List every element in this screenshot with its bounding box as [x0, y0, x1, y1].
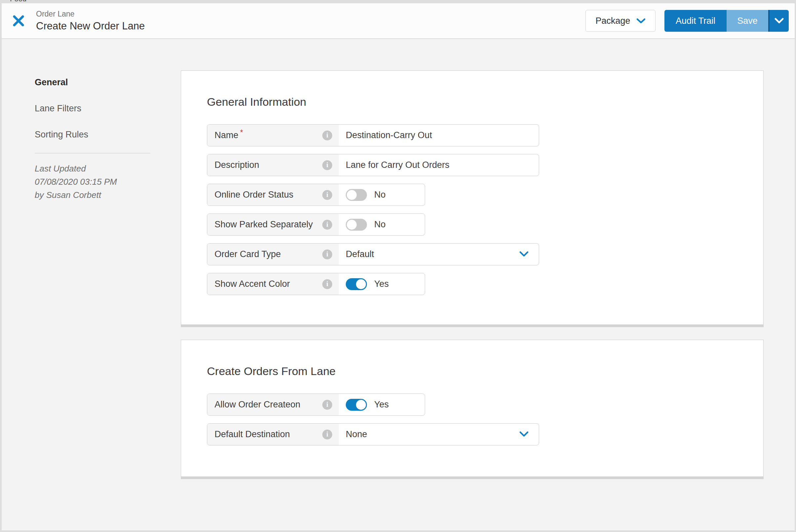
- field-label: Show Accent Color: [215, 279, 290, 289]
- info-icon[interactable]: i: [322, 279, 332, 289]
- save-button-group: Audit Trail Save: [664, 10, 789, 32]
- package-dropdown-button[interactable]: Package: [586, 10, 655, 32]
- required-asterisk: *: [240, 128, 243, 137]
- field-row-default-destination: Default Destination i None: [207, 423, 539, 445]
- package-dropdown-label: Package: [595, 16, 630, 26]
- online-order-status-toggle[interactable]: [346, 189, 367, 201]
- field-label: Order Card Type: [215, 249, 281, 260]
- page-title: Create New Order Lane: [36, 20, 145, 32]
- sidebar: General Lane Filters Sorting Rules Last …: [35, 77, 150, 202]
- field-row-name: Name * i: [207, 124, 539, 146]
- field-label: Show Parked Separately: [215, 220, 313, 230]
- order-card-type-select[interactable]: Default: [339, 244, 539, 265]
- field-label: Description: [215, 160, 259, 170]
- modal-body: General Lane Filters Sorting Rules Last …: [2, 39, 795, 530]
- field-rows: Name * i Description i: [207, 124, 738, 295]
- info-icon[interactable]: i: [322, 249, 332, 260]
- field-row-show-accent-color: Show Accent Color i Yes: [207, 273, 425, 295]
- allow-order-createon-toggle[interactable]: [346, 399, 367, 411]
- toggle-state-label: Yes: [374, 399, 389, 410]
- name-input[interactable]: [346, 130, 531, 140]
- sidebar-item-lane-filters[interactable]: Lane Filters: [35, 103, 150, 114]
- toggle-state-label: No: [374, 190, 386, 200]
- sidebar-divider: [35, 153, 150, 153]
- info-icon[interactable]: i: [322, 131, 332, 140]
- toggle-state-label: Yes: [374, 279, 389, 289]
- field-label: Allow Order Createon: [215, 399, 300, 410]
- background-page-text-fragment: Food: [10, 0, 50, 3]
- toggle-knob: [347, 220, 357, 230]
- create-order-lane-modal: Order Lane Create New Order Lane Package…: [2, 3, 795, 530]
- chevron-down-icon: [519, 249, 529, 260]
- breadcrumb: Order Lane: [36, 10, 145, 19]
- field-row-show-parked-separately: Show Parked Separately i No: [207, 213, 425, 235]
- title-block: Order Lane Create New Order Lane: [36, 10, 145, 32]
- field-label: Online Order Status: [215, 190, 294, 200]
- general-information-card: General Information Name * i: [181, 70, 764, 325]
- info-icon[interactable]: i: [322, 400, 332, 410]
- header-actions: Package Audit Trail Save: [586, 10, 795, 32]
- info-icon[interactable]: i: [322, 160, 332, 170]
- toggle-state-label: No: [374, 220, 386, 230]
- last-updated-author: by Susan Corbett: [35, 188, 150, 202]
- field-row-order-card-type: Order Card Type i Default: [207, 243, 539, 265]
- info-icon[interactable]: i: [322, 430, 332, 439]
- selected-value: Default: [346, 249, 374, 260]
- last-updated-label: Last Updated: [35, 162, 150, 175]
- last-updated-info: Last Updated 07/08/2020 03:15 PM by Susa…: [35, 162, 150, 202]
- close-icon[interactable]: [12, 14, 25, 28]
- toggle-knob: [356, 400, 366, 410]
- info-icon[interactable]: i: [322, 220, 332, 230]
- last-updated-timestamp: 07/08/2020 03:15 PM: [35, 175, 150, 188]
- main-panel: General Information Name * i: [181, 70, 764, 477]
- chevron-down-icon: [519, 429, 529, 439]
- sidebar-item-general[interactable]: General: [35, 77, 150, 88]
- field-rows: Allow Order Createon i Yes Default Desti…: [207, 394, 738, 445]
- sidebar-item-sorting-rules[interactable]: Sorting Rules: [35, 130, 150, 140]
- toggle-knob: [347, 190, 357, 200]
- field-row-description: Description i: [207, 154, 539, 176]
- section-title: Create Orders From Lane: [207, 364, 738, 378]
- info-icon[interactable]: i: [322, 190, 332, 200]
- default-destination-select[interactable]: None: [339, 424, 539, 445]
- show-accent-color-toggle[interactable]: [346, 278, 367, 290]
- section-title: General Information: [207, 95, 738, 108]
- toggle-knob: [356, 279, 366, 289]
- chevron-down-icon: [774, 16, 784, 26]
- description-input[interactable]: [346, 160, 531, 170]
- selected-value: None: [346, 429, 367, 439]
- create-orders-from-lane-card: Create Orders From Lane Allow Order Crea…: [181, 340, 764, 477]
- show-parked-separately-toggle[interactable]: [346, 219, 367, 231]
- field-row-allow-order-createon: Allow Order Createon i Yes: [207, 394, 425, 416]
- field-row-online-order-status: Online Order Status i No: [207, 184, 425, 206]
- modal-header: Order Lane Create New Order Lane Package…: [2, 3, 795, 39]
- save-options-caret-button[interactable]: [770, 10, 789, 32]
- save-button[interactable]: Save: [726, 10, 768, 32]
- chevron-down-icon: [636, 16, 646, 26]
- field-label: Default Destination: [215, 429, 290, 439]
- field-label: Name: [215, 130, 238, 140]
- audit-trail-button[interactable]: Audit Trail: [664, 10, 726, 32]
